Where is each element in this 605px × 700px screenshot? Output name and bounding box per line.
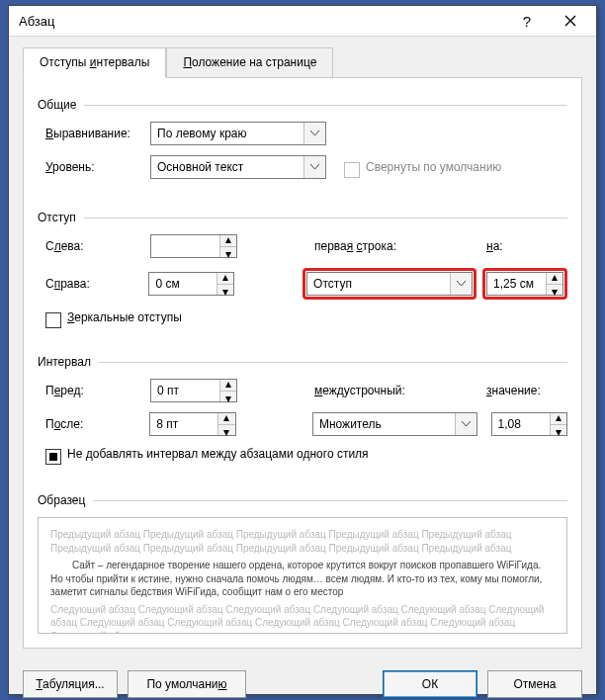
after-label: После: <box>45 417 149 431</box>
section-general: Общие <box>38 98 567 112</box>
mirror-label: Зеркальные отступы <box>67 310 182 324</box>
spinner-arrows[interactable]: ▴▾ <box>550 413 566 435</box>
indent-by-input[interactable] <box>487 273 546 295</box>
firstline-label: первая строка: <box>314 239 486 253</box>
dialog-body: Отступы интервалы Положение на странице … <box>9 37 596 660</box>
spinner-arrows[interactable]: ▴▾ <box>219 235 236 257</box>
titlebar: Абзац ? <box>9 6 596 37</box>
after-input[interactable] <box>150 413 217 435</box>
close-button[interactable] <box>549 6 592 36</box>
section-spacing: Интервал <box>38 355 567 369</box>
paragraph-dialog: Абзац ? Отступы интервалы Положение на с… <box>8 5 597 695</box>
default-button[interactable]: По умолчанию <box>128 670 246 698</box>
alignment-combo[interactable]: По левому краю <box>150 122 326 145</box>
indent-by-spin[interactable]: ▴▾ <box>486 272 563 296</box>
indent-left-input[interactable] <box>151 235 219 257</box>
before-label: Перед: <box>45 384 150 397</box>
indent-left-label: Слева: <box>45 239 150 253</box>
level-label: Уровень: <box>45 160 150 174</box>
row-noadd: Не добавлять интервал между абзацами одн… <box>45 446 567 462</box>
indent-right-label: Справа: <box>45 277 148 291</box>
noadd-label: Не добавлять интервал между абзацами одн… <box>67 447 369 461</box>
section-indent: Отступ <box>38 211 567 224</box>
indent-right-input[interactable] <box>149 273 216 295</box>
firstline-combo[interactable]: Отступ <box>306 272 473 296</box>
cancel-button[interactable]: Отмена <box>487 670 582 698</box>
tabs-button[interactable]: Табуляция... <box>23 670 118 698</box>
highlight-firstline: Отступ <box>302 268 476 300</box>
chevron-down-icon <box>450 273 472 295</box>
linespacing-label: междустрочный: <box>314 384 486 397</box>
dialog-footer: Табуляция... По умолчанию ОК Отмена <box>9 660 596 700</box>
preview-next: Следующий абзац Следующий абзац Следующи… <box>50 603 555 635</box>
indent-left-spin[interactable]: ▴▾ <box>150 234 237 258</box>
close-icon <box>564 15 576 27</box>
collapsed-checkbox <box>344 162 360 178</box>
chevron-down-icon <box>303 123 325 144</box>
spinner-arrows[interactable]: ▴▾ <box>546 273 562 295</box>
row-spacing-after: После: ▴▾ Множитель ▴▾ <box>45 412 567 436</box>
tab-indents-spacing[interactable]: Отступы интервалы <box>23 47 166 78</box>
spinner-arrows[interactable]: ▴▾ <box>217 413 234 435</box>
row-mirror: Зеркальные отступы <box>45 309 567 325</box>
indent-right-spin[interactable]: ▴▾ <box>148 272 234 296</box>
level-combo[interactable]: Основной текст <box>150 155 326 179</box>
at-input[interactable] <box>492 413 551 435</box>
tab-line-page-breaks[interactable]: Положение на странице <box>166 47 333 78</box>
mirror-checkbox[interactable] <box>45 312 61 328</box>
row-level: Уровень: Основной текст Свернуты по умол… <box>45 155 567 179</box>
before-spin[interactable]: ▴▾ <box>150 379 237 402</box>
dialog-title: Абзац <box>19 14 505 29</box>
ok-button[interactable]: ОК <box>383 670 477 698</box>
spinner-arrows[interactable]: ▴▾ <box>219 380 236 401</box>
after-spin[interactable]: ▴▾ <box>149 412 235 436</box>
alignment-label: Выравнивание: <box>45 127 150 140</box>
preview-prev: Предыдущий абзац Предыдущий абзац Предыд… <box>50 528 555 555</box>
before-input[interactable] <box>151 380 219 401</box>
at-spin[interactable]: ▴▾ <box>491 412 567 436</box>
by-label: на: <box>486 239 567 253</box>
tabstrip: Отступы интервалы Положение на странице <box>23 46 582 77</box>
preview-sample: Сайт – легендарное творение нашего орден… <box>50 559 555 599</box>
collapsed-label: Свернуты по умолчанию <box>366 160 501 174</box>
linespacing-combo[interactable]: Множитель <box>312 412 477 436</box>
spinner-arrows[interactable]: ▴▾ <box>216 273 233 295</box>
row-spacing-before: Перед: ▴▾ междустрочный: значение: <box>45 379 567 402</box>
at-label: значение: <box>486 384 567 397</box>
highlight-by: ▴▾ <box>482 268 567 300</box>
chevron-down-icon <box>455 413 476 435</box>
tab-content: Общие Выравнивание: По левому краю Урове… <box>23 77 582 649</box>
row-alignment: Выравнивание: По левому краю <box>45 122 567 145</box>
row-indent-right: Справа: ▴▾ Отступ ▴▾ <box>45 268 567 300</box>
row-indent-left: Слева: ▴▾ первая строка: на: <box>45 234 567 258</box>
section-preview: Образец <box>38 493 567 507</box>
preview-box: Предыдущий абзац Предыдущий абзац Предыд… <box>38 517 567 634</box>
noadd-checkbox[interactable] <box>45 449 61 465</box>
help-button[interactable]: ? <box>505 6 549 36</box>
chevron-down-icon <box>303 156 325 178</box>
